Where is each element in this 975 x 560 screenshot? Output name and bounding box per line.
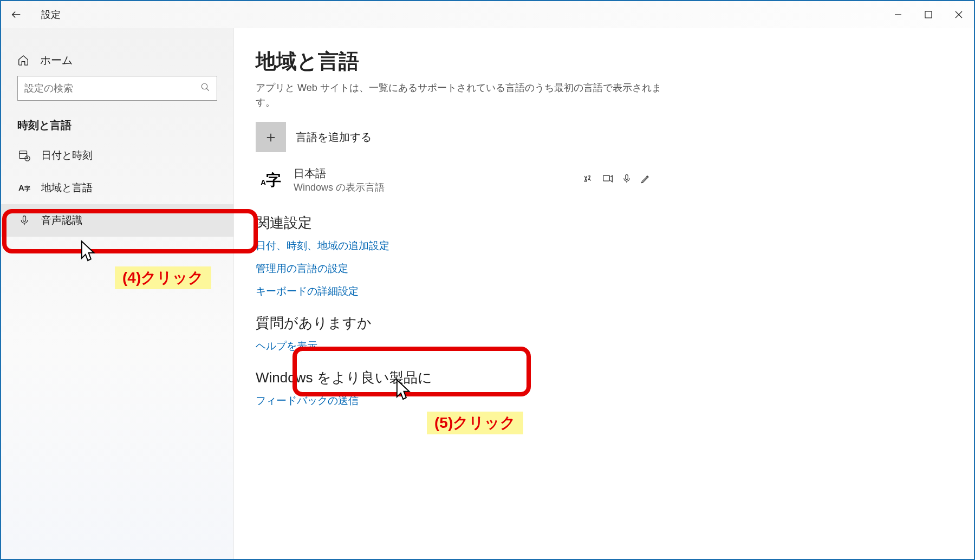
sidebar-item-region-language[interactable]: A字 地域と言語 xyxy=(1,172,233,204)
back-button[interactable] xyxy=(1,1,31,28)
add-language-button[interactable]: ＋ 言語を追加する xyxy=(256,122,941,152)
sidebar-item-label: 地域と言語 xyxy=(41,181,93,195)
language-feature-icons xyxy=(583,173,651,187)
main-content: 地域と言語 アプリと Web サイトは、一覧にあるサポートされている言語のうち最… xyxy=(234,28,974,559)
improve-heading: Windows をより良い製品に xyxy=(256,368,941,387)
annotation-label-step5: (5)クリック xyxy=(427,412,523,434)
add-language-label: 言語を追加する xyxy=(296,130,372,145)
language-icon: A字 xyxy=(17,183,31,193)
related-settings-heading: 関連設定 xyxy=(256,213,941,232)
speech-icon xyxy=(622,173,632,187)
home-label: ホーム xyxy=(40,53,73,68)
language-name: 日本語 xyxy=(294,166,385,181)
page-subtitle: アプリと Web サイトは、一覧にあるサポートされている言語のうち最初の言語で表… xyxy=(256,81,667,110)
svg-line-5 xyxy=(206,88,209,91)
link-send-feedback[interactable]: フィードバックの送信 xyxy=(256,394,941,408)
window-controls xyxy=(883,1,974,28)
svg-point-4 xyxy=(202,83,207,89)
minimize-button[interactable] xyxy=(883,1,913,28)
link-additional-date-time-region[interactable]: 日付、時刻、地域の追加設定 xyxy=(256,239,941,253)
window-title: 設定 xyxy=(41,8,61,21)
sidebar-item-date-time[interactable]: 日付と時刻 xyxy=(1,139,233,172)
search-wrap xyxy=(1,76,233,110)
titlebar: 設定 xyxy=(1,1,974,28)
language-subtitle: Windows の表示言語 xyxy=(294,181,385,194)
svg-rect-11 xyxy=(626,175,628,180)
maximize-button[interactable] xyxy=(913,1,944,28)
page-title: 地域と言語 xyxy=(256,48,941,75)
link-admin-language-settings[interactable]: 管理用の言語の設定 xyxy=(256,262,941,276)
sidebar-item-label: 日付と時刻 xyxy=(41,148,93,162)
calendar-clock-icon xyxy=(17,149,31,161)
language-glyph-icon: A字 xyxy=(256,170,286,191)
sidebar-item-label: 音声認識 xyxy=(41,213,82,227)
search-icon xyxy=(200,82,210,94)
handwriting-icon xyxy=(640,173,651,187)
svg-rect-9 xyxy=(23,216,26,222)
text-to-speech-icon xyxy=(602,173,613,187)
search-box[interactable] xyxy=(17,76,217,101)
home-icon xyxy=(17,54,29,66)
link-show-help[interactable]: ヘルプを表示 xyxy=(256,339,941,353)
svg-rect-1 xyxy=(925,11,932,18)
search-input[interactable] xyxy=(24,83,200,94)
microphone-icon xyxy=(17,214,31,226)
svg-rect-10 xyxy=(603,175,610,181)
annotation-label-step4: (4)クリック xyxy=(115,266,211,289)
home-link[interactable]: ホーム xyxy=(1,44,233,76)
sidebar-section-heading: 時刻と言語 xyxy=(1,110,233,139)
close-button[interactable] xyxy=(944,1,974,28)
svg-rect-6 xyxy=(20,151,27,159)
plus-icon: ＋ xyxy=(256,122,286,152)
display-language-icon xyxy=(583,173,594,187)
body: ホーム 時刻と言語 日付と時刻 A字 xyxy=(1,28,974,559)
sidebar-item-speech[interactable]: 音声認識 xyxy=(1,204,233,237)
language-entry[interactable]: A字 日本語 Windows の表示言語 xyxy=(256,166,651,194)
language-text: 日本語 Windows の表示言語 xyxy=(294,166,385,194)
link-advanced-keyboard-settings[interactable]: キーボードの詳細設定 xyxy=(256,284,941,298)
sidebar: ホーム 時刻と言語 日付と時刻 A字 xyxy=(1,28,234,559)
questions-heading: 質問がありますか xyxy=(256,314,941,333)
